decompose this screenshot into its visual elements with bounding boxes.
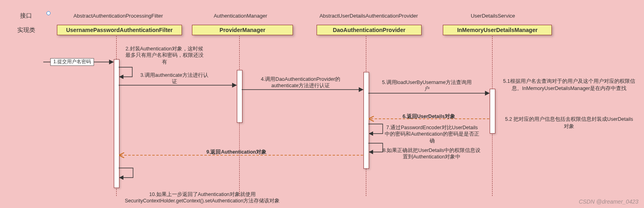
msg-9: 9.返回Authentication对象 xyxy=(192,149,281,155)
lane3-impl-box: DaoAuthenticationProvider xyxy=(317,25,422,35)
legend-interface-marker xyxy=(46,11,50,15)
lane3-interface-label: AbstractUserDetailsAuthenticationProvide… xyxy=(313,13,425,19)
msg-3: 3.调用authenticate方法进行认证 xyxy=(138,72,210,85)
lane4-interface-label: UserDetailsService xyxy=(461,13,525,19)
lane2-interface-label: AuthenticationManager xyxy=(204,13,277,19)
lane1-interface-label: AbstractAuthenticationProcessingFilter xyxy=(68,13,168,19)
msg-7: 7.通过PasswordEncoder对比UserDetails中的密码和Aut… xyxy=(384,124,480,144)
lane3-activation xyxy=(363,72,369,169)
lane4-impl-box: InMemoryUserDetailsManager xyxy=(443,25,552,35)
msg-2: 2.封装Authentication对象，这时候最多只有用户名和密码，权限还没有 xyxy=(124,46,204,65)
msg-4: 4.调用DaoAuthenticationProvider的authentica… xyxy=(252,76,349,89)
legend-interface-label: 接口 xyxy=(20,12,32,20)
note-5-2: 5.2 把对应的用户信息包括去权限信息封装成UserDetails对象 xyxy=(503,116,635,130)
msg-6: 6.返回UserDetails对象 xyxy=(393,113,465,120)
msg-5: 5.调用loadUserByUsername方法查询用户 xyxy=(381,79,473,92)
note-5-1: 5.1根据用户名去查询对于的用户及这个用户对应的权限信息。InMemoryUse… xyxy=(503,78,635,92)
msg-1: 1.提交用户名密码 xyxy=(51,59,93,65)
lane1-impl-box: UsernamePasswordAuthenticationFilter xyxy=(57,25,182,35)
lane4-activation xyxy=(490,89,495,134)
legend-implementation-label: 实现类 xyxy=(17,26,35,34)
lane2-activation xyxy=(237,70,242,123)
lane1-activation xyxy=(114,59,119,188)
msg-10: 10.如果上一步返回了Authentication对象就使用SecurityCo… xyxy=(116,191,289,204)
watermark: CSDN @dreamer_0423 xyxy=(579,198,638,205)
msg-8: 8.如果正确就把UserDetails中的权限信息设置到Authenticati… xyxy=(382,147,482,160)
lane2-impl-box: ProviderManager xyxy=(192,25,293,35)
